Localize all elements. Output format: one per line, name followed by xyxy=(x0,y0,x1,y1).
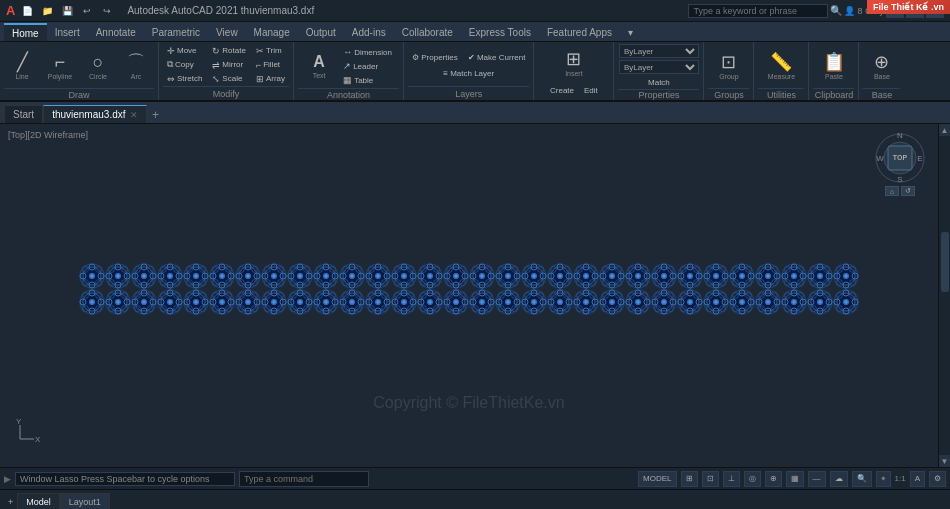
expand-icon: ▶ xyxy=(4,474,11,484)
scroll-up-button[interactable]: ▲ xyxy=(939,124,951,136)
btn-group[interactable]: ⊡Group xyxy=(711,44,747,88)
sc-button[interactable]: ⌖ xyxy=(876,471,891,487)
qa-redo[interactable]: ↪ xyxy=(99,3,115,19)
tab-home[interactable]: Home xyxy=(4,23,47,41)
tab-annotate[interactable]: Annotate xyxy=(88,23,144,41)
tab-insert[interactable]: Insert xyxy=(47,23,88,41)
svg-text:Y: Y xyxy=(16,417,22,426)
search-input[interactable] xyxy=(688,4,828,18)
modify-col1: ✛Move ⧉Copy ⇔Stretch xyxy=(163,44,206,85)
qa-open[interactable]: 📁 xyxy=(39,3,55,19)
btn-insert[interactable]: ⊞Insert xyxy=(558,44,590,82)
command-input[interactable] xyxy=(239,471,369,487)
btn-line[interactable]: ╱Line xyxy=(4,44,40,88)
bylayer-color-select[interactable]: ByLayer xyxy=(619,44,699,58)
nav-home-button[interactable]: ⌂ xyxy=(885,186,899,196)
ribbon-group-annotation: AText ↔Dimension ↗Leader ▦Table Annotati… xyxy=(294,42,404,100)
btn-base[interactable]: ⊕Base xyxy=(864,44,900,88)
btn-array[interactable]: ⊞Array xyxy=(252,72,289,85)
scroll-down-button[interactable]: ▼ xyxy=(939,455,951,467)
tab-manage[interactable]: Manage xyxy=(246,23,298,41)
settings-button[interactable]: ⚙ xyxy=(929,471,946,487)
rotate-icon: ↻ xyxy=(212,46,220,56)
btn-layer-properties[interactable]: ⚙ Properties xyxy=(408,50,462,64)
qa-new[interactable]: 📄 xyxy=(19,3,35,19)
brand-text: File Thiết Kế .vn xyxy=(873,2,944,12)
btn-polyline[interactable]: ⌐Polyline xyxy=(42,44,78,88)
tab-more[interactable]: ▾ xyxy=(620,23,641,41)
tab-featuredapps[interactable]: Featured Apps xyxy=(539,23,620,41)
qp-button[interactable]: 🔍 xyxy=(852,471,872,487)
btn-paste[interactable]: 📋Paste xyxy=(816,44,852,88)
btn-dimension[interactable]: ↔Dimension xyxy=(339,46,396,59)
line-icon: ╱ xyxy=(17,53,28,71)
btn-fillet[interactable]: ⌐Fillet xyxy=(252,58,289,71)
mirror-icon: ⇌ xyxy=(212,60,220,70)
circle-icon: ○ xyxy=(93,53,104,71)
layout-tab-model[interactable]: Model xyxy=(17,493,60,509)
svg-rect-24 xyxy=(79,263,859,289)
doc-tab-start[interactable]: Start xyxy=(4,105,43,123)
axis-indicator: X Y xyxy=(12,417,42,447)
insert-icon: ⊞ xyxy=(566,50,581,68)
nav-orbit-button[interactable]: ↺ xyxy=(901,186,915,196)
new-tab-button[interactable]: + xyxy=(147,107,165,123)
btn-match-layer[interactable]: ≡ Match Layer xyxy=(439,66,498,80)
btn-copy[interactable]: ⧉Copy xyxy=(163,58,206,71)
btn-arc[interactable]: ⌒Arc xyxy=(118,44,154,88)
isnap-button[interactable]: ⊕ xyxy=(765,471,782,487)
btn-rotate[interactable]: ↻Rotate xyxy=(208,44,250,57)
btn-edit-block[interactable]: Edit xyxy=(580,84,602,97)
svg-rect-25 xyxy=(79,289,859,315)
btn-match-properties[interactable]: Match xyxy=(644,76,674,89)
compass-ring: TOP N E S W xyxy=(874,132,926,184)
svg-text:N: N xyxy=(897,132,903,140)
dyn-button[interactable]: ▦ xyxy=(786,471,804,487)
btn-trim[interactable]: ✂Trim xyxy=(252,44,289,57)
group-icon: ⊡ xyxy=(721,53,736,71)
tpress-button[interactable]: ☁ xyxy=(830,471,848,487)
ribbon-group-utilities: 📏Measure Utilities xyxy=(754,42,809,100)
doc-tab-main[interactable]: thuvienmau3.dxf ✕ xyxy=(43,105,146,123)
btn-text[interactable]: AText xyxy=(301,44,337,88)
search-icon: 🔍 xyxy=(830,5,842,16)
ribbon-group-modify: ✛Move ⧉Copy ⇔Stretch ↻Rotate ⇌Mirror ⤡Sc… xyxy=(159,42,294,100)
qa-undo[interactable]: ↩ xyxy=(79,3,95,19)
utilities-group-label: Utilities xyxy=(758,88,804,100)
btn-leader[interactable]: ↗Leader xyxy=(339,60,396,73)
modify-group-label: Modify xyxy=(163,86,289,100)
grid-button[interactable]: ⊞ xyxy=(681,471,698,487)
bylayer-linetype-select[interactable]: ByLayer xyxy=(619,60,699,74)
lweight-button[interactable]: — xyxy=(808,471,826,487)
qa-save[interactable]: 💾 xyxy=(59,3,75,19)
btn-move[interactable]: ✛Move xyxy=(163,44,206,57)
btn-stretch[interactable]: ⇔Stretch xyxy=(163,72,206,85)
canvas-area[interactable]: [Top][2D Wireframe] X Y TOP xyxy=(0,124,938,467)
btn-create-block[interactable]: Create xyxy=(546,84,578,97)
polar-button[interactable]: ◎ xyxy=(744,471,761,487)
btn-circle[interactable]: ○Circle xyxy=(80,44,116,88)
text-icon: A xyxy=(313,54,325,70)
tab-output[interactable]: Output xyxy=(298,23,344,41)
model-space-button[interactable]: MODEL xyxy=(638,471,676,487)
btn-scale[interactable]: ⤡Scale xyxy=(208,72,250,85)
table-icon: ▦ xyxy=(343,75,352,85)
anno-button[interactable]: A xyxy=(910,471,925,487)
layout-add-button[interactable]: + xyxy=(4,495,17,509)
tab-addins[interactable]: Add-ins xyxy=(344,23,394,41)
pattern-row xyxy=(79,263,859,315)
btn-table[interactable]: ▦Table xyxy=(339,74,396,87)
doc-tab-close[interactable]: ✕ xyxy=(130,110,138,120)
btn-mirror[interactable]: ⇌Mirror xyxy=(208,58,250,71)
tab-parametric[interactable]: Parametric xyxy=(144,23,208,41)
layout-tab-layout1[interactable]: Layout1 xyxy=(60,493,110,509)
tab-view[interactable]: View xyxy=(208,23,246,41)
ortho-button[interactable]: ⊥ xyxy=(723,471,740,487)
btn-measure[interactable]: 📏Measure xyxy=(763,44,799,88)
svg-text:X: X xyxy=(35,435,41,444)
tab-collaborate[interactable]: Collaborate xyxy=(394,23,461,41)
btn-make-current[interactable]: ✔ Make Current xyxy=(464,50,530,64)
status-right: MODEL ⊞ ⊡ ⊥ ◎ ⊕ ▦ — ☁ 🔍 ⌖ 1:1 A ⚙ xyxy=(638,471,946,487)
tab-expresstools[interactable]: Express Tools xyxy=(461,23,539,41)
snap-button[interactable]: ⊡ xyxy=(702,471,719,487)
